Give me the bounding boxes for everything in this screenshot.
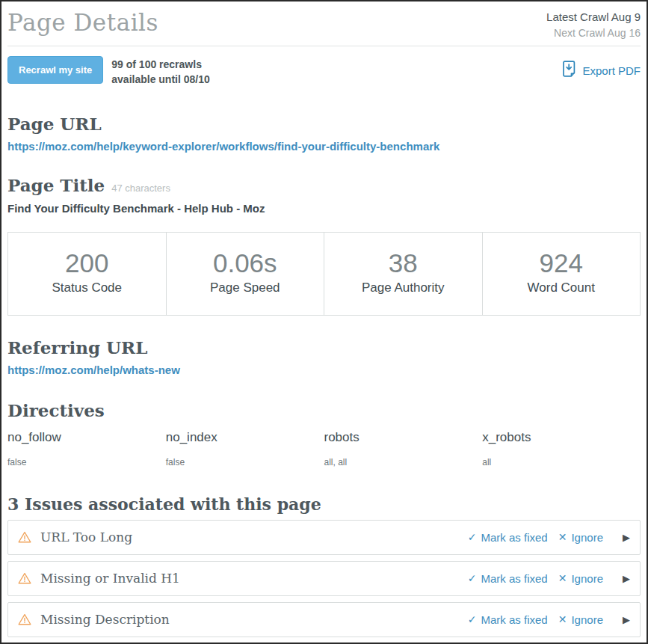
ignore-label: Ignore xyxy=(571,613,603,626)
stats-panel: 200 Status Code 0.06s Page Speed 38 Page… xyxy=(7,232,641,316)
referring-url-link[interactable]: https://moz.com/help/whats-new xyxy=(7,364,180,376)
mark-as-fixed-label: Mark as fixed xyxy=(481,531,548,544)
x-icon: ✕ xyxy=(558,613,567,625)
stat-label: Page Authority xyxy=(324,280,482,295)
page-header: Page Details Latest Crawl Aug 9 Next Cra… xyxy=(7,7,641,39)
directive-x-robots: x_robots all xyxy=(482,430,641,467)
issues-section: 3 Issues associated with this page URL T… xyxy=(7,494,641,637)
directive-label: no_index xyxy=(166,430,324,445)
ignore-label: Ignore xyxy=(571,531,603,544)
issue-title: Missing Description xyxy=(40,612,170,627)
stat-value: 0.06s xyxy=(167,248,324,278)
mark-as-fixed-button[interactable]: ✓ Mark as fixed xyxy=(468,531,548,544)
directive-value: all xyxy=(482,457,641,467)
issue-row-missing-description[interactable]: Missing Description ✓ Mark as fixed ✕ Ig… xyxy=(7,602,641,637)
mark-as-fixed-button[interactable]: ✓ Mark as fixed xyxy=(468,572,548,585)
issue-title: URL Too Long xyxy=(40,530,132,545)
export-pdf-icon xyxy=(562,61,577,80)
directive-no-index: no_index false xyxy=(166,430,324,467)
stat-label: Word Count xyxy=(483,280,641,295)
stat-status-code: 200 Status Code xyxy=(8,233,166,315)
page-url-section: Page URL https://moz.com/help/keyword-ex… xyxy=(7,114,641,153)
warning-icon xyxy=(18,572,31,584)
issue-title: Missing or Invalid H1 xyxy=(40,571,180,586)
directives-grid: no_follow false no_index false robots al… xyxy=(7,430,641,467)
referring-url-heading: Referring URL xyxy=(7,337,641,358)
check-icon: ✓ xyxy=(468,613,477,625)
stat-word-count: 924 Word Count xyxy=(482,233,641,315)
page-title-section: Page Title47 characters Find Your Diffic… xyxy=(7,175,641,215)
directive-label: x_robots xyxy=(482,430,641,445)
x-icon: ✕ xyxy=(558,531,567,543)
recrawl-area: Recrawl my site 99 of 100 recrawls avail… xyxy=(7,56,210,88)
issue-row-url-too-long[interactable]: URL Too Long ✓ Mark as fixed ✕ Ignore ▶ xyxy=(7,520,641,555)
mark-as-fixed-label: Mark as fixed xyxy=(481,572,548,585)
stat-value: 200 xyxy=(8,248,166,278)
expand-arrow-icon[interactable]: ▶ xyxy=(623,614,630,625)
char-count-note: 47 characters xyxy=(111,183,170,194)
next-crawl-date: Next Crawl Aug 16 xyxy=(546,27,641,39)
expand-arrow-icon[interactable]: ▶ xyxy=(623,532,630,543)
warning-icon xyxy=(18,531,31,543)
x-icon: ✕ xyxy=(558,572,567,584)
expand-arrow-icon[interactable]: ▶ xyxy=(623,573,630,584)
check-icon: ✓ xyxy=(468,531,477,543)
directive-label: robots xyxy=(324,430,483,445)
mark-as-fixed-button[interactable]: ✓ Mark as fixed xyxy=(468,613,548,626)
stat-label: Page Speed xyxy=(167,280,324,295)
recrawl-button[interactable]: Recrawl my site xyxy=(7,56,103,84)
check-icon: ✓ xyxy=(468,572,477,584)
export-pdf-label: Export PDF xyxy=(582,64,641,77)
latest-crawl-date: Latest Crawl Aug 9 xyxy=(546,10,641,23)
page-title-value: Find Your Difficulty Benchmark - Help Hu… xyxy=(7,202,641,215)
stat-page-authority: 38 Page Authority xyxy=(324,233,482,315)
page-url-link[interactable]: https://moz.com/help/keyword-explorer/wo… xyxy=(7,140,439,153)
ignore-button[interactable]: ✕ Ignore xyxy=(558,531,603,544)
directive-robots: robots all, all xyxy=(324,430,483,467)
export-pdf-button[interactable]: Export PDF xyxy=(562,61,641,80)
directive-label: no_follow xyxy=(7,430,166,445)
stat-value: 924 xyxy=(483,248,641,278)
toolbar: Recrawl my site 99 of 100 recrawls avail… xyxy=(7,56,641,88)
issues-heading: 3 Issues associated with this page xyxy=(7,494,641,514)
header-divider xyxy=(7,46,641,46)
page-title: Page Details xyxy=(7,7,158,36)
recrawl-quota-line1: 99 of 100 recrawls xyxy=(111,57,210,72)
directives-heading: Directives xyxy=(7,400,641,420)
warning-icon xyxy=(18,613,31,625)
directive-value: false xyxy=(7,457,166,467)
page-title-heading-text: Page Title xyxy=(7,175,105,195)
directive-value: false xyxy=(166,457,324,467)
recrawl-quota-text: 99 of 100 recrawls available until 08/10 xyxy=(111,56,210,88)
page-url-heading: Page URL xyxy=(7,114,641,134)
ignore-button[interactable]: ✕ Ignore xyxy=(558,572,603,585)
directive-value: all, all xyxy=(324,457,483,467)
ignore-button[interactable]: ✕ Ignore xyxy=(558,613,603,626)
stat-value: 38 xyxy=(324,248,482,278)
stat-page-speed: 0.06s Page Speed xyxy=(166,233,324,315)
referring-url-section: Referring URL https://moz.com/help/whats… xyxy=(7,337,641,377)
page-title-heading: Page Title47 characters xyxy=(7,175,641,195)
crawl-info: Latest Crawl Aug 9 Next Crawl Aug 16 xyxy=(546,7,641,39)
recrawl-quota-line2: available until 08/10 xyxy=(111,72,210,87)
directive-no-follow: no_follow false xyxy=(7,430,166,467)
issue-row-missing-h1[interactable]: Missing or Invalid H1 ✓ Mark as fixed ✕ … xyxy=(7,561,641,596)
mark-as-fixed-label: Mark as fixed xyxy=(481,613,548,626)
stat-label: Status Code xyxy=(8,280,166,295)
ignore-label: Ignore xyxy=(571,572,603,585)
directives-section: Directives no_follow false no_index fals… xyxy=(7,400,641,467)
